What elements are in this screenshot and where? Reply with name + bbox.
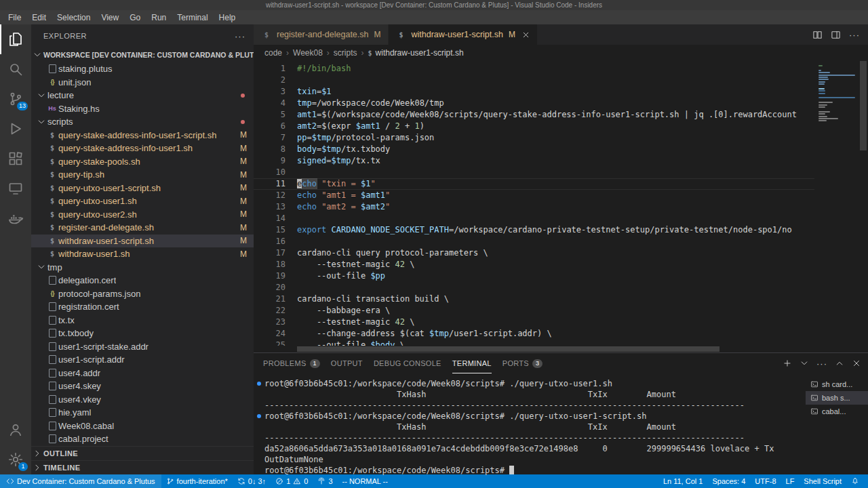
activity-accounts[interactable] (0, 415, 31, 445)
status-indentation[interactable]: Spaces: 4 (707, 474, 750, 488)
code-line-14[interactable]: 14 (254, 213, 814, 224)
workspace-section-header[interactable]: WORKSPACE [DEV CONTAINER: CUSTOM CARDANO… (31, 47, 254, 62)
terminal-instance-sh-card-[interactable]: sh card... (806, 378, 868, 391)
code-line-21[interactable]: 21cardano-cli transaction build \ (254, 293, 814, 305)
tree-item-query-stake-address-info-user1.sh[interactable]: $query-stake-address-info-user1.shM (31, 142, 254, 155)
panel-tab-ports[interactable]: PORTS3 (502, 353, 543, 373)
code-line-22[interactable]: 22 --babbage-era \ (254, 305, 814, 317)
tree-item-staking.plutus[interactable]: staking.plutus (31, 62, 254, 76)
layout-icon[interactable] (831, 30, 841, 40)
code-line-20[interactable]: 20 (254, 282, 814, 293)
tree-item-cabal.project[interactable]: cabal.project (31, 432, 254, 446)
breadcrumb-item[interactable]: scripts (334, 48, 357, 58)
terminal-instance-bash-s-[interactable]: bash s... (806, 391, 868, 405)
status-notifications[interactable] (846, 474, 864, 488)
status-sync[interactable]: 0↓ 3↑ (233, 474, 271, 488)
panel-tab-output[interactable]: OUTPUT (331, 353, 363, 373)
tree-item-unit.json[interactable]: {}unit.json (31, 76, 254, 89)
tree-item-hie.yaml[interactable]: hie.yaml (31, 406, 254, 420)
tree-item-tx.tx[interactable]: tx.tx (31, 314, 254, 327)
tree-item-withdraw-user1.sh[interactable]: $withdraw-user1.shM (31, 247, 254, 261)
tree-item-user4.addr[interactable]: user4.addr (31, 367, 254, 380)
code-line-16[interactable]: 16 (254, 236, 814, 247)
code-line-17[interactable]: 17cardano-cli query protocol-parameters … (254, 247, 814, 259)
code-line-5[interactable]: 5amt1=$(/workspace/code/Week08/scripts/q… (254, 109, 814, 121)
activity-docker[interactable] (0, 203, 31, 233)
code-line-15[interactable]: 15export CARDANO_NODE_SOCKET_PATH=/works… (254, 224, 814, 236)
tree-item-query-utxo-user1.sh[interactable]: $query-utxo-user1.shM (31, 195, 254, 208)
tab-withdraw-user1-script.sh[interactable]: $withdraw-user1-script.shM (389, 24, 538, 45)
menu-run[interactable]: Run (146, 10, 172, 24)
activity-explorer[interactable] (0, 24, 31, 54)
more-actions-icon[interactable]: ··· (816, 359, 827, 369)
plus-icon[interactable] (783, 359, 792, 368)
status-git-branch[interactable]: fourth-iteration* (161, 474, 233, 488)
tree-item-tx.txbody[interactable]: tx.txbody (31, 327, 254, 340)
tree-item-query-stake-address-info-user1-script.sh[interactable]: $query-stake-address-info-user1-script.s… (31, 129, 254, 142)
code-line-2[interactable]: 2 (254, 75, 814, 86)
breadcrumb-file[interactable]: $withdraw-user1-script.sh (368, 48, 464, 58)
explorer-more-actions-icon[interactable]: ··· (235, 31, 245, 41)
tree-item-user4.skey[interactable]: user4.skey (31, 380, 254, 393)
menu-edit[interactable]: Edit (26, 10, 52, 24)
panel-tab-terminal[interactable]: TERMINAL (452, 353, 492, 373)
activity-run-debug[interactable] (0, 114, 31, 144)
menu-help[interactable]: Help (214, 10, 241, 24)
tree-item-register-and-delegate.sh[interactable]: $register-and-delegate.shM (31, 221, 254, 235)
menu-view[interactable]: View (96, 10, 124, 24)
tree-item-query-utxo-user1-script.sh[interactable]: $query-utxo-user1-script.shM (31, 182, 254, 195)
tree-item-user1-script.addr[interactable]: user1-script.addr (31, 353, 254, 367)
more-actions-icon[interactable]: ··· (849, 30, 860, 40)
code-line-19[interactable]: 19 --out-file $pp (254, 270, 814, 282)
menu-file[interactable]: File (3, 10, 26, 24)
status-problems[interactable]: 10 (271, 474, 313, 488)
menu-terminal[interactable]: Terminal (172, 10, 213, 24)
editor-horizontal-scrollbar[interactable] (254, 346, 868, 352)
breadcrumb-item[interactable]: code (264, 48, 282, 58)
code-line-9[interactable]: 9signed=$tmp/tx.tx (254, 155, 814, 167)
tree-item-lecture[interactable]: lecture (31, 89, 254, 102)
minimap[interactable] (814, 61, 859, 346)
split-icon[interactable] (812, 30, 823, 40)
tree-item-user4.vkey[interactable]: user4.vkey (31, 393, 254, 407)
code-area[interactable]: 1#!/bin/bash23txin=$14tmp=/workspace/cod… (254, 61, 814, 346)
tree-item-delegation.cert[interactable]: delegation.cert (31, 274, 254, 287)
code-line-24[interactable]: 24 --change-address $(cat $tmp/user1-scr… (254, 328, 814, 340)
tree-item-protocol-params.json[interactable]: {}protocol-params.json (31, 287, 254, 301)
code-line-10[interactable]: 10 (254, 167, 814, 178)
panel-tab-problems[interactable]: PROBLEMS1 (263, 353, 320, 373)
code-line-11[interactable]: 11echo "txin = $1" (254, 178, 814, 190)
chevron-down-icon[interactable] (800, 359, 809, 368)
menu-go[interactable]: Go (124, 10, 146, 24)
status-remote[interactable]: Dev Container: Custom Cardano & Plutus (0, 474, 161, 488)
tree-item-query-stake-pools.sh[interactable]: $query-stake-pools.shM (31, 155, 254, 169)
code-line-18[interactable]: 18 --testnet-magic 42 \ (254, 259, 814, 270)
status-language-mode[interactable]: Shell Script (799, 474, 846, 488)
code-editor[interactable]: 1#!/bin/bash23txin=$14tmp=/workspace/cod… (254, 61, 868, 346)
code-line-23[interactable]: 23 --testnet-magic 42 \ (254, 317, 814, 328)
code-line-7[interactable]: 7pp=$tmp/protocol-params.json (254, 132, 814, 144)
code-line-4[interactable]: 4tmp=/workspace/code/Week08/tmp (254, 98, 814, 109)
tree-item-Staking.hs[interactable]: HsStaking.hs (31, 102, 254, 116)
tree-item-scripts[interactable]: scripts (31, 115, 254, 129)
tree-item-registration.cert[interactable]: registration.cert (31, 300, 254, 314)
terminal[interactable]: root@6f03b6b45c01:/workspace/code/Week08… (254, 373, 806, 475)
close-icon[interactable] (852, 359, 861, 368)
code-line-8[interactable]: 8body=$tmp/tx.txbody (254, 144, 814, 155)
tree-item-query-tip.sh[interactable]: $query-tip.shM (31, 168, 254, 182)
terminal-instance-cabal-[interactable]: cabal... (806, 405, 868, 418)
close-icon[interactable] (521, 30, 530, 39)
tree-item-user1-script-stake.addr[interactable]: user1-script-stake.addr (31, 340, 254, 354)
code-line-3[interactable]: 3txin=$1 (254, 86, 814, 98)
breadcrumb-item[interactable]: Week08 (293, 48, 323, 58)
activity-remote-explorer[interactable] (0, 174, 31, 203)
scrollbar-thumb[interactable] (297, 346, 719, 352)
section-outline[interactable]: OUTLINE (31, 446, 254, 460)
status-encoding[interactable]: UTF-8 (750, 474, 781, 488)
activity-extensions[interactable] (0, 144, 31, 174)
activity-search[interactable] (0, 54, 31, 84)
tree-item-query-utxo-user2.sh[interactable]: $query-utxo-user2.shM (31, 208, 254, 222)
editor-vertical-scrollbar[interactable] (859, 61, 868, 346)
activity-settings[interactable]: 1 (0, 445, 31, 474)
tree-item-Week08.cabal[interactable]: Week08.cabal (31, 420, 254, 433)
